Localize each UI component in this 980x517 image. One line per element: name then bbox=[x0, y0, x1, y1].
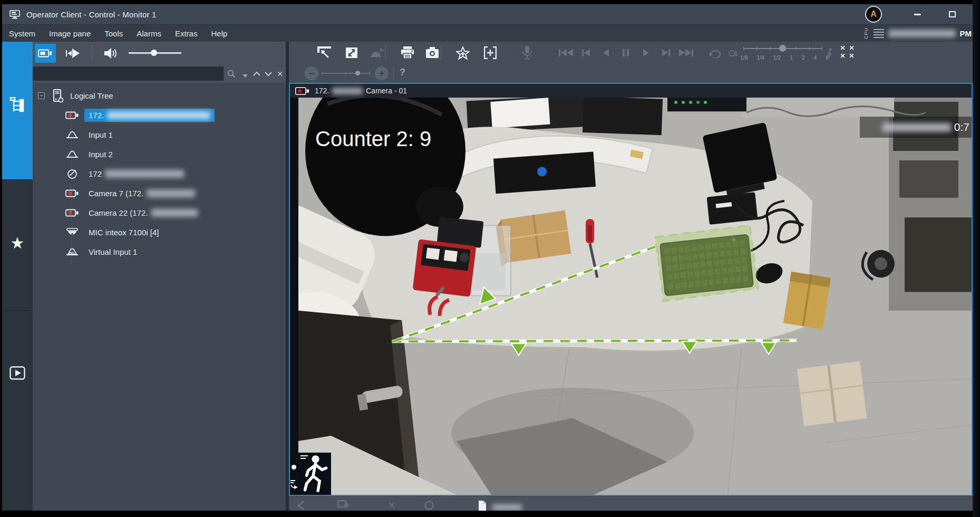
menu-item-system[interactable]: System bbox=[2, 25, 42, 42]
live-camera-icon bbox=[38, 49, 53, 58]
play-backward-button[interactable] bbox=[596, 44, 615, 62]
tree-item-camera-172[interactable]: 172. bbox=[33, 106, 286, 125]
fast-speed-runner-icon bbox=[823, 44, 835, 62]
operator-client-window: Operator Client - Control - Monitor 1 A … bbox=[0, 0, 980, 517]
zoom-slider-handle[interactable] bbox=[355, 71, 360, 75]
snapshot-button[interactable] bbox=[423, 44, 442, 62]
pause-button[interactable] bbox=[616, 44, 635, 62]
search-input[interactable] bbox=[33, 66, 224, 81]
document-icon[interactable] bbox=[478, 500, 487, 511]
search-close-icon[interactable]: ✕ bbox=[274, 68, 286, 80]
microphone-button[interactable] bbox=[518, 44, 537, 62]
tree-item-label: MIC inteox 7100i [4] bbox=[84, 226, 163, 239]
walking-person-icon bbox=[298, 453, 331, 495]
volume-slider-handle[interactable] bbox=[151, 50, 157, 56]
sidebar-tab-logical-tree[interactable] bbox=[2, 42, 33, 180]
collapse-icon[interactable]: − bbox=[38, 92, 45, 99]
add-bookmark-button[interactable] bbox=[481, 44, 500, 62]
search-previous-icon[interactable] bbox=[251, 68, 263, 80]
input-icon bbox=[64, 150, 80, 159]
zoom-in-button[interactable]: + bbox=[375, 66, 389, 80]
restore-layout-icon bbox=[317, 46, 331, 59]
tree-item-input-1[interactable]: Input 1 bbox=[33, 125, 286, 145]
menu-item-tools[interactable]: Tools bbox=[98, 25, 130, 42]
vca-detection-zone bbox=[655, 225, 758, 301]
help-button[interactable]: ? bbox=[400, 67, 405, 78]
maximize-pane-icon bbox=[345, 47, 358, 59]
digital-zoom-toolbar: − + ? bbox=[289, 64, 973, 83]
volume-slider[interactable] bbox=[129, 52, 181, 54]
tree-root[interactable]: − Logical Tree bbox=[33, 86, 286, 106]
menu-item-extras[interactable]: Extras bbox=[168, 25, 205, 42]
camera-icon bbox=[64, 189, 80, 197]
time-meridiem: PM bbox=[960, 29, 972, 38]
tree-item-camera-22[interactable]: Camera 22 (172. bbox=[33, 203, 286, 223]
restore-layout-button[interactable] bbox=[315, 44, 334, 62]
menu-item-image-pane[interactable]: Image pane bbox=[42, 25, 98, 42]
server-icon bbox=[50, 89, 66, 103]
menu-item-alarms[interactable]: Alarms bbox=[130, 25, 168, 42]
grid-plus-icon[interactable] bbox=[337, 500, 349, 511]
image-pane-selected[interactable]: 172. Camera - 01 bbox=[289, 83, 973, 496]
play-button[interactable] bbox=[636, 44, 655, 62]
step-backward-button[interactable] bbox=[576, 44, 595, 62]
pane-title-redacted bbox=[332, 88, 363, 94]
sidebar-tab-favorites[interactable]: ★ bbox=[2, 180, 33, 311]
timestamp-overlay: 0:7 bbox=[860, 117, 972, 138]
favorites-star-icon: ★ bbox=[11, 235, 25, 310]
camera-video-frame bbox=[298, 98, 972, 495]
window-title: Operator Client - Control - Monitor 1 bbox=[26, 10, 157, 19]
search-options-caret-icon[interactable] bbox=[239, 70, 251, 82]
loop-icon bbox=[708, 47, 722, 58]
tree-search-bar: ✕ bbox=[33, 65, 286, 83]
alarm-button[interactable] bbox=[367, 44, 386, 62]
window-edge bbox=[973, 0, 980, 517]
circle-arrow-icon[interactable] bbox=[424, 500, 434, 511]
instant-playback-button[interactable] bbox=[62, 44, 83, 63]
sidebar-tab-playback[interactable] bbox=[2, 311, 33, 511]
minimize-button[interactable] bbox=[909, 7, 925, 21]
loop-playback-button[interactable] bbox=[705, 44, 724, 62]
status-cluster: CPU PM bbox=[860, 25, 972, 42]
speaker-icon bbox=[104, 47, 118, 59]
menu-item-help[interactable]: Help bbox=[204, 25, 234, 42]
zoom-out-button[interactable]: − bbox=[305, 66, 318, 80]
close-all-panes-button[interactable]: ✕✕✕✕ bbox=[838, 45, 856, 61]
step-forward-button[interactable] bbox=[656, 44, 675, 62]
close-x-icon[interactable]: ✕ bbox=[388, 500, 395, 511]
motion-event-thumbnail[interactable] bbox=[298, 453, 331, 495]
digital-zoom-slider[interactable] bbox=[322, 73, 370, 74]
logical-tree: − Logical Tree 172.Input 1 bbox=[33, 83, 286, 511]
maximize-pane-button[interactable] bbox=[342, 44, 361, 62]
cpu-label: CPU bbox=[863, 27, 869, 39]
tree-item-input-2[interactable]: Input 2 bbox=[33, 145, 286, 164]
print-button[interactable] bbox=[398, 44, 417, 62]
jump-to-start-button[interactable] bbox=[556, 44, 575, 62]
tree-item-camera-7[interactable]: Camera 7 (172. bbox=[33, 184, 286, 203]
user-badge[interactable]: A bbox=[865, 6, 882, 23]
audio-button[interactable] bbox=[100, 44, 121, 63]
playback-speed-slider[interactable] bbox=[743, 48, 822, 49]
camera-video[interactable]: Counter 2: 9 0:7 bbox=[298, 98, 972, 495]
snapshot-camera-icon bbox=[425, 47, 439, 59]
live-view-button[interactable] bbox=[35, 44, 56, 63]
maximize-button[interactable] bbox=[944, 7, 960, 21]
search-next-icon[interactable] bbox=[263, 68, 274, 80]
tree-item-label: Camera 7 (172. bbox=[84, 187, 199, 200]
tree-item-mic-inteox-7100i[interactable]: MIC inteox 7100i [4] bbox=[33, 223, 286, 242]
virtual-input-icon bbox=[64, 248, 80, 256]
tree-item-relay-172[interactable]: 172 bbox=[33, 164, 286, 184]
image-pane-area: 1/81/41/21248 ✕✕✕✕ − bbox=[289, 42, 973, 511]
speed-slider-handle[interactable] bbox=[779, 45, 786, 52]
minimize-icon bbox=[914, 14, 921, 15]
tree-item-virtual-input-1[interactable]: Virtual Input 1 bbox=[33, 242, 286, 262]
bottom-toolbar: ✕ bbox=[289, 496, 973, 511]
instant-playback-icon[interactable] bbox=[290, 479, 298, 490]
back-arrow-icon[interactable] bbox=[296, 500, 308, 511]
search-icon[interactable] bbox=[226, 68, 237, 80]
jump-to-end-button[interactable] bbox=[676, 44, 695, 62]
timestamp-fragment: 0:7 bbox=[954, 121, 969, 133]
camera-icon bbox=[64, 111, 80, 119]
add-favorite-button[interactable] bbox=[453, 44, 472, 62]
image-pane-title-bar[interactable]: 172. Camera - 01 bbox=[290, 84, 972, 98]
